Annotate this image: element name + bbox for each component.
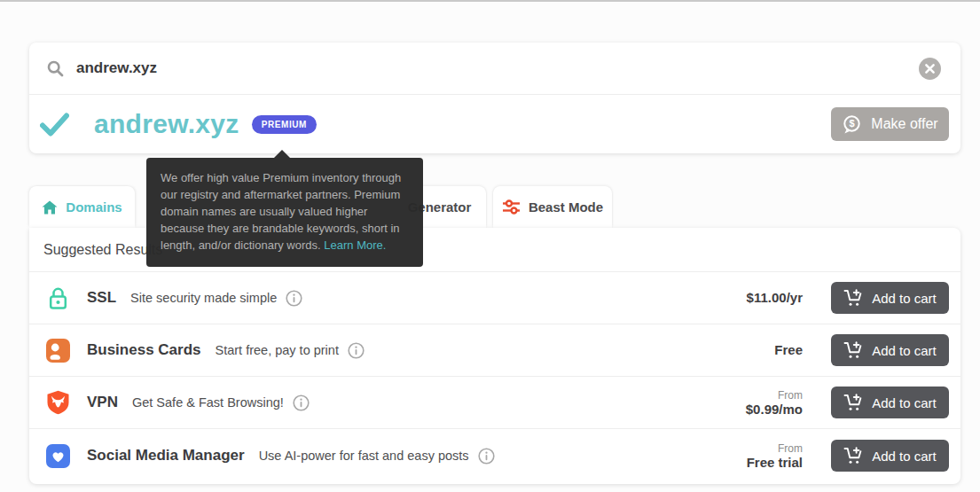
search-bar[interactable]: andrew.xyz <box>29 43 960 94</box>
premium-tooltip: We offer high value Premium inventory th… <box>146 158 423 267</box>
tab-beast-mode-label: Beast Mode <box>529 199 603 215</box>
product-row-business-cards: Business Cards Start free, pay to print … <box>29 324 960 377</box>
dollar-bubble-icon: $ <box>842 114 862 135</box>
product-row-social-media-manager: Social Media Manager Use AI-power for fa… <box>29 429 960 482</box>
product-name: VPN <box>87 394 118 411</box>
info-icon[interactable] <box>348 342 365 359</box>
info-icon[interactable] <box>293 394 310 411</box>
price-amount: $11.00/yr <box>747 290 803 305</box>
make-offer-label: Make offer <box>871 116 937 132</box>
close-icon <box>919 58 941 80</box>
heart-bubble-icon <box>44 444 71 468</box>
available-check-icon <box>40 113 69 137</box>
tab-domains-label: Domains <box>66 199 122 215</box>
price: From $0.99/mo <box>746 388 803 417</box>
tooltip-arrow <box>274 150 290 158</box>
contact-card-icon <box>44 339 71 363</box>
product-description: Site security made simple <box>130 291 277 305</box>
search-input[interactable]: andrew.xyz <box>76 59 157 77</box>
svg-text:$: $ <box>850 118 855 129</box>
top-divider <box>0 0 980 2</box>
info-icon[interactable] <box>286 290 302 307</box>
cart-plus-icon <box>843 341 864 359</box>
price-prefix: From <box>747 441 803 456</box>
add-to-cart-button[interactable]: Add to cart <box>831 334 949 366</box>
price: From Free trial <box>747 441 803 470</box>
house-icon <box>42 200 58 215</box>
product-description: Start free, pay to print <box>216 343 339 357</box>
add-to-cart-button[interactable]: Add to cart <box>831 440 949 472</box>
add-to-cart-button[interactable]: Add to cart <box>831 387 949 418</box>
tab-domains[interactable]: Domains <box>29 186 135 228</box>
product-name: Social Media Manager <box>87 447 245 465</box>
product-name: Business Cards <box>87 341 201 359</box>
add-to-cart-button[interactable]: Add to cart <box>831 282 949 314</box>
price: Free <box>774 343 803 357</box>
cart-plus-icon <box>843 289 864 307</box>
product-row-vpn: VPN Get Safe & Fast Browsing! From $0.99… <box>29 377 960 429</box>
tab-beast-mode[interactable]: Beast Mode <box>493 186 612 228</box>
section-title: Suggested Results <box>43 242 162 258</box>
lock-icon <box>44 286 71 310</box>
price-amount: Free trial <box>747 455 803 470</box>
price-amount: $0.99/mo <box>746 402 803 417</box>
add-to-cart-label: Add to cart <box>872 449 937 464</box>
cart-plus-icon <box>843 447 864 465</box>
info-icon[interactable] <box>478 448 495 465</box>
premium-badge[interactable]: PREMIUM <box>252 115 317 134</box>
search-result-card: andrew.xyz andrew.xyz PREMIUM $ Make off… <box>29 43 960 153</box>
price-amount: Free <box>774 342 803 357</box>
domain-name: andrew.xyz <box>94 109 239 139</box>
shield-bull-icon <box>44 390 71 415</box>
add-to-cart-label: Add to cart <box>872 291 937 306</box>
search-icon <box>46 59 65 78</box>
domain-result-row: andrew.xyz PREMIUM $ Make offer <box>29 95 960 153</box>
price-prefix: From <box>746 388 803 402</box>
product-description: Get Safe & Fast Browsing! <box>132 395 284 410</box>
domain-search-page: andrew.xyz andrew.xyz PREMIUM $ Make off… <box>0 0 980 492</box>
add-to-cart-label: Add to cart <box>872 395 937 410</box>
sliders-icon <box>502 199 521 215</box>
product-name: SSL <box>87 289 116 307</box>
product-row-ssl: SSL Site security made simple $11.00/yr … <box>29 272 960 324</box>
clear-search-button[interactable] <box>919 58 941 80</box>
make-offer-button[interactable]: $ Make offer <box>831 107 949 141</box>
product-description: Use AI-power for fast and easy posts <box>259 449 469 463</box>
add-to-cart-label: Add to cart <box>872 343 937 358</box>
learn-more-link[interactable]: Learn More. <box>324 238 386 252</box>
cart-plus-icon <box>843 394 864 411</box>
price: $11.00/yr <box>747 291 803 305</box>
